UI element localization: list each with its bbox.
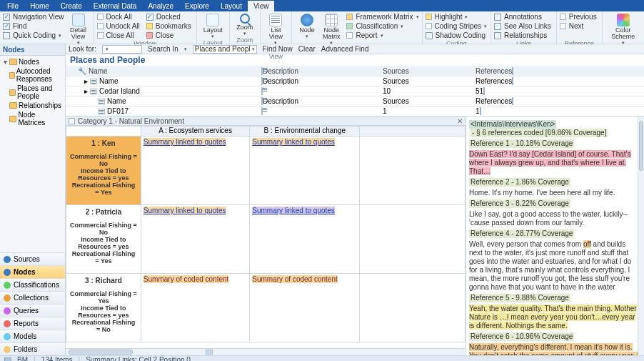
highlight-button[interactable]: Highlight▾ (426, 12, 488, 21)
summary-link[interactable]: Summary of coded content (252, 275, 338, 283)
close-button[interactable]: Close (146, 31, 193, 40)
list-row[interactable]: ▸Name Description Sources References (66, 76, 644, 86)
zoom-button[interactable]: Zoom▾ (233, 12, 257, 36)
tab-file[interactable]: File (1, 1, 24, 11)
matrix-grid[interactable]: A : Ecosystem services B : Environmental… (66, 126, 466, 348)
ref-meta: - § 6 references coded [69.86% Coverage] (471, 129, 608, 137)
desc-icon (261, 107, 263, 115)
look-for-input[interactable]: ▾ (102, 45, 142, 54)
nav-models[interactable]: Models (0, 330, 65, 342)
tab-external[interactable]: External Data (88, 1, 143, 11)
matrix-cell[interactable] (360, 137, 466, 205)
tree-relationships[interactable]: Relationships (1, 101, 64, 110)
nav-collections[interactable]: Collections (0, 291, 65, 304)
docked-toggle[interactable]: ✓Docked (146, 12, 193, 21)
list-row[interactable]: DF017 1 1 (66, 106, 644, 116)
node-matrix-button[interactable]: Node Matrix▾ (319, 12, 344, 46)
matrix-cell[interactable] (360, 205, 466, 274)
list-row[interactable]: ▸Cedar Island 10 51 (66, 86, 644, 96)
tab-view[interactable]: View (248, 1, 275, 11)
tab-layout[interactable]: Layout (215, 1, 248, 11)
row-options-icon[interactable] (480, 107, 481, 115)
matrix-cell[interactable]: Summary of coded content (250, 274, 360, 342)
matrix-row-header[interactable]: 3 : RichardCommercial Fishing = YesIncom… (66, 274, 141, 342)
reference-text[interactable]: Home. It's my home. I've been here all m… (469, 189, 640, 197)
tree-node-matrices[interactable]: Node Matrices (1, 110, 64, 127)
matrix-row-header[interactable]: 2 : PatriciaCommercial Fishing = NoIncom… (66, 205, 141, 274)
reference-heading: Reference 6 - 10.96% Coverage (469, 332, 574, 341)
detail-view-button[interactable]: Detail View▾ (66, 12, 91, 46)
nav-reports[interactable]: Reports (0, 317, 65, 330)
close-all-button[interactable]: Close All (97, 31, 142, 40)
classification-button[interactable]: Classification▾ (346, 21, 418, 31)
previous-button[interactable]: Previous (560, 12, 599, 21)
shadow-coding-toggle[interactable]: Shadow Coding (426, 31, 488, 40)
find-toggle[interactable]: ✓Find (3, 21, 66, 31)
summary-link[interactable]: Summary linked to quotes (252, 138, 335, 146)
reference-text[interactable]: Yeah, the water quality. That's the main… (469, 305, 640, 330)
layout-button[interactable]: Layout▾ (200, 12, 226, 39)
tab-home[interactable]: Home (24, 1, 55, 11)
tree-autocoded[interactable]: Autocoded Responses (8, 66, 64, 84)
reference-text[interactable]: Naturally, everything's different. I mea… (469, 343, 640, 355)
row-options-icon[interactable] (483, 87, 485, 95)
summary-link[interactable]: Summary of coded content (144, 275, 229, 283)
reference-heading: Reference 2 - 1.86% Coverage (469, 178, 570, 187)
matrix-cell[interactable]: Summary linked to quotes (250, 137, 360, 205)
advanced-find-button[interactable]: Advanced Find (321, 45, 369, 53)
ref-source[interactable]: <Internals\Interviews\Ken> (469, 120, 556, 129)
matrix-cell[interactable]: Summary linked to quotes (250, 205, 360, 274)
summary-link[interactable]: Summary linked to quotes (144, 207, 226, 214)
tab-explore[interactable]: Explore (179, 1, 215, 11)
reference-text[interactable]: Well, every person that comes from off a… (469, 240, 640, 292)
tab-analyze[interactable]: Analyze (142, 1, 179, 11)
node-button[interactable]: Node▾ (295, 12, 319, 46)
bookmarks-button[interactable]: Bookmarks (146, 21, 193, 31)
clear-button[interactable]: Clear (298, 45, 316, 53)
report-button[interactable]: Report▾ (346, 31, 418, 40)
nav-view-toggle[interactable]: ✓Navigation View (3, 12, 66, 21)
seealso-toggle[interactable]: See Also Links (494, 21, 553, 31)
column-options-icon[interactable] (512, 67, 513, 75)
dock-all-button[interactable]: Dock All (97, 12, 142, 21)
relationships-toggle[interactable]: Relationships (494, 31, 553, 40)
matrix-cell[interactable]: Summary of coded content (141, 274, 249, 342)
ref-vscroll[interactable] (638, 117, 644, 355)
matrix-cell[interactable]: Summary linked to quotes (141, 137, 249, 205)
nav-queries[interactable]: Queries (0, 304, 65, 317)
list-header[interactable]: 🔧Name Description Sources References (66, 66, 644, 76)
next-button[interactable]: Next (560, 21, 599, 31)
ribbon-group-links: Annotations See Also Links Relationships… (491, 11, 557, 44)
tab-create[interactable]: Create (55, 1, 88, 11)
matrix-tab[interactable]: Category 1 - Natural Environment ✕ (66, 117, 466, 126)
matrix-col-a[interactable]: A : Ecosystem services (141, 127, 249, 137)
nav-classifications[interactable]: Classifications (0, 278, 65, 291)
find-now-button[interactable]: Find Now (263, 45, 293, 53)
reference-text[interactable]: Down East? I'd say [Cedar Island] of cou… (469, 150, 640, 176)
nav-sources[interactable]: Sources (0, 252, 65, 265)
tree-places-people[interactable]: Places and People (8, 84, 64, 101)
matrix-cell[interactable]: Summary linked to quotes (141, 205, 249, 274)
framework-matrix-button[interactable]: Framework Matrix▾ (346, 12, 418, 21)
tree-nodes[interactable]: ▾Nodes (1, 57, 64, 66)
color-scheme-button[interactable]: Color Scheme▾ (605, 12, 641, 46)
list-row[interactable]: Name Description Sources References (66, 96, 644, 106)
quick-coding-toggle[interactable]: Quick Coding▾ (3, 31, 66, 40)
matrix-cell[interactable] (360, 274, 466, 342)
matrix-hscroll[interactable] (66, 348, 466, 355)
summary-link[interactable]: Summary linked to quotes (252, 207, 335, 214)
matrix-col-b[interactable]: B : Environmental change (250, 127, 360, 137)
undock-all-button[interactable]: Undock All (97, 21, 142, 31)
nav-folders[interactable]: Folders (0, 342, 65, 355)
summary-link[interactable]: Summary linked to quotes (144, 138, 226, 146)
list-view-button[interactable]: List View▾ (263, 12, 288, 46)
row-options-icon[interactable] (512, 77, 513, 85)
close-tab-icon[interactable]: ✕ (457, 117, 463, 125)
matrix-row-header[interactable]: 1 : KenCommercial Fishing = NoIncome Tie… (66, 137, 141, 205)
scope-select[interactable]: Places and Peopl▾ (193, 45, 257, 54)
coding-stripes-button[interactable]: Coding Stripes▾ (426, 21, 488, 31)
reference-text[interactable]: Like I say, got a good access to the wat… (469, 210, 640, 227)
nav-nodes[interactable]: Nodes (0, 265, 65, 278)
annotations-toggle[interactable]: Annotations (494, 12, 553, 21)
row-options-icon[interactable] (512, 97, 513, 105)
